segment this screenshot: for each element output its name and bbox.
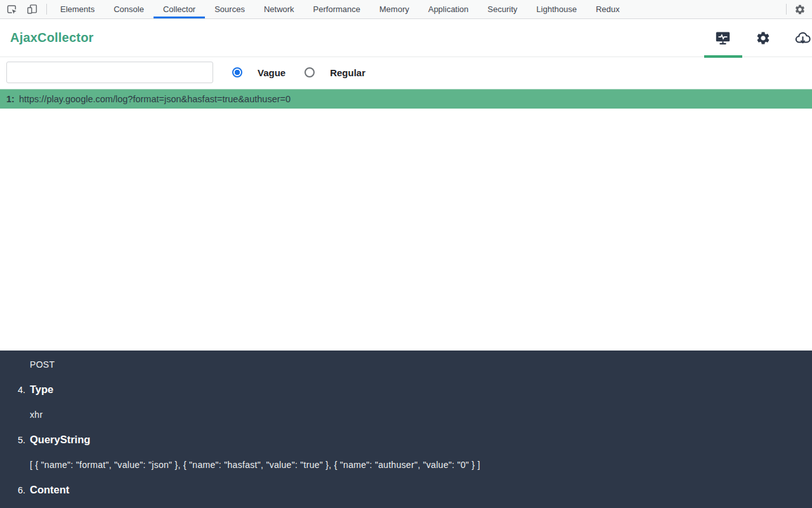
- devtools-tab-lighthouse[interactable]: Lighthouse: [527, 0, 587, 18]
- devtools-tab-sources[interactable]: Sources: [205, 0, 254, 18]
- devtools-tab-performance[interactable]: Performance: [304, 0, 370, 18]
- toolbar-divider-right: [786, 4, 787, 15]
- radio-regular[interactable]: [304, 67, 315, 77]
- monitor-activity-icon[interactable]: [714, 29, 731, 46]
- detail-field-value: POST: [0, 359, 812, 371]
- mode-radio-group: VagueRegular: [213, 62, 365, 83]
- detail-field-label: 4.Type: [0, 384, 812, 396]
- detail-field-label: 6.Content: [0, 484, 812, 497]
- app-header: AjaxCollector: [0, 19, 812, 57]
- radio-vague[interactable]: [232, 67, 242, 77]
- devtools-tab-elements[interactable]: Elements: [51, 0, 104, 18]
- devtools-tab-strip: ElementsConsoleCollectorSourcesNetworkPe…: [51, 0, 629, 18]
- radio-label-vague[interactable]: Vague: [258, 67, 285, 78]
- request-list: 1:https://play.google.com/log?format=jso…: [0, 89, 812, 109]
- app-title: AjaxCollector: [10, 30, 94, 45]
- request-url: https://play.google.com/log?format=json&…: [19, 94, 291, 104]
- devtools-tab-application[interactable]: Application: [419, 0, 478, 18]
- cloud-download-icon[interactable]: [794, 29, 811, 46]
- request-index: 1:: [6, 94, 15, 104]
- devtools-tab-network[interactable]: Network: [254, 0, 304, 18]
- devtools-tab-console[interactable]: Console: [104, 0, 154, 18]
- devtools-tab-memory[interactable]: Memory: [370, 0, 419, 18]
- header-icon-group: [714, 29, 812, 46]
- detail-field-label: 5.QueryString: [0, 434, 812, 446]
- devtools-settings-gear-icon[interactable]: [794, 4, 806, 15]
- detail-field-value: xhr: [0, 409, 812, 421]
- device-toolbar-icon[interactable]: [26, 3, 38, 15]
- devtools-toolbar: ElementsConsoleCollectorSourcesNetworkPe…: [0, 0, 812, 19]
- radio-label-regular[interactable]: Regular: [330, 67, 365, 78]
- filter-input[interactable]: [6, 62, 213, 83]
- controls-row: VagueRegular: [0, 57, 812, 89]
- request-detail-panel: POST4.Typexhr5.QueryString[ { "name": "f…: [0, 351, 812, 508]
- gear-icon[interactable]: [754, 29, 771, 46]
- detail-field-value: [ { "name": "format", "value": "json" },…: [0, 459, 812, 471]
- devtools-tab-collector[interactable]: Collector: [154, 0, 205, 18]
- devtools-tab-security[interactable]: Security: [478, 0, 527, 18]
- request-row[interactable]: 1:https://play.google.com/log?format=jso…: [0, 89, 812, 109]
- toolbar-divider: [46, 4, 47, 15]
- devtools-tab-redux[interactable]: Redux: [586, 0, 629, 18]
- inspect-element-icon[interactable]: [6, 3, 18, 15]
